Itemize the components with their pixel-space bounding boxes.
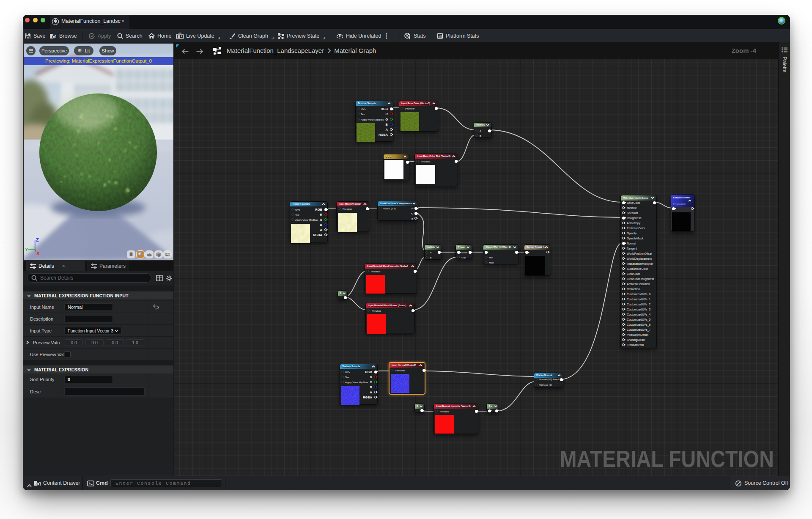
svg-text:Y: Y (25, 247, 28, 252)
svg-text:X: X (36, 251, 40, 256)
svg-text:Z: Z (36, 237, 39, 242)
